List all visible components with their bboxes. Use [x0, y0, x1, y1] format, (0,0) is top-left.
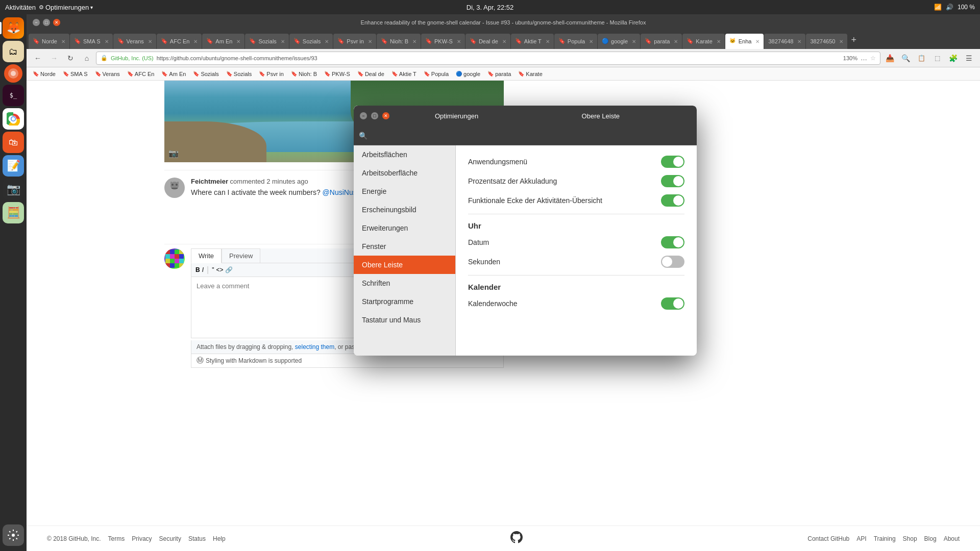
- quote-button[interactable]: ": [212, 266, 214, 273]
- link-button[interactable]: 🔗: [225, 266, 233, 273]
- bookmark-norde[interactable]: 🔖Norde: [30, 70, 59, 78]
- address-bar[interactable]: 🔒 GitHub, Inc. (US) https://github.com/u…: [96, 52, 880, 65]
- close-button[interactable]: ✕: [53, 19, 60, 26]
- footer-help[interactable]: Help: [213, 535, 226, 542]
- dock-gedit[interactable]: 📝: [3, 155, 24, 177]
- tab-sozials2[interactable]: 🔖Sozials✕: [289, 34, 333, 49]
- bookmark-popula[interactable]: 🔖Popula: [421, 70, 452, 78]
- dock-calc[interactable]: 🧮: [3, 202, 24, 223]
- bookmark-google[interactable]: 🔵google: [453, 70, 483, 78]
- tab-deal[interactable]: 🔖Deal de✕: [465, 34, 510, 49]
- tweaks-toggle-kalenderwoche[interactable]: [661, 297, 684, 310]
- tweaks-close-button[interactable]: ✕: [382, 112, 389, 119]
- tab-karate[interactable]: 🔖Karate✕: [682, 34, 724, 49]
- footer-blog[interactable]: Blog: [924, 535, 937, 542]
- tweaks-nav-fenster[interactable]: Fenster: [354, 237, 455, 256]
- new-tab-button[interactable]: +: [848, 35, 860, 45]
- tab-google[interactable]: 🔵google✕: [598, 34, 640, 49]
- tweaks-nav-erweiterungen[interactable]: Erweiterungen: [354, 219, 455, 237]
- bookmark-afc[interactable]: 🔖AFC En: [124, 70, 158, 78]
- tab-enha[interactable]: 🐱Enha✕: [725, 34, 764, 49]
- tweaks-toggle-sekunden[interactable]: [661, 256, 684, 268]
- tab-sozials1[interactable]: 🔖Sozials✕: [245, 34, 288, 49]
- tab-psvr[interactable]: 🔖Psvr in✕: [333, 34, 376, 49]
- footer-terms[interactable]: Terms: [108, 535, 125, 542]
- bookmark-deal[interactable]: 🔖Deal de: [354, 70, 387, 78]
- tab-parata[interactable]: 🔖parata✕: [641, 34, 682, 49]
- footer-status[interactable]: Status: [188, 535, 206, 542]
- tab-norde[interactable]: 🔖Norde✕: [29, 34, 69, 49]
- tweaks-toggle-anwendungsmenu[interactable]: [661, 156, 684, 168]
- footer-shop[interactable]: Shop: [903, 535, 917, 542]
- bookmark-verans[interactable]: 🔖Verans: [92, 70, 123, 78]
- bookmark-nioh[interactable]: 🔖Nioh: B: [288, 70, 320, 78]
- footer-contact[interactable]: Contact GitHub: [807, 535, 849, 542]
- attach-link[interactable]: selecting them: [295, 343, 334, 350]
- bookmark-icon[interactable]: ☆: [870, 55, 876, 62]
- search-button[interactable]: 🔍: [898, 51, 913, 65]
- dock-terminal[interactable]: $_: [3, 85, 24, 106]
- minimize-button[interactable]: −: [33, 19, 40, 26]
- extensions-button[interactable]: 🧩: [946, 51, 960, 65]
- bookmark-sma[interactable]: 🔖SMA S: [60, 70, 91, 78]
- tweaks-minimize-button[interactable]: −: [360, 112, 367, 119]
- activities-button[interactable]: Aktivitäten ⚙ Optimierungen ▾: [5, 4, 93, 11]
- tab-38274648[interactable]: 38274648✕: [764, 34, 805, 49]
- tab-sma[interactable]: 🔖SMA S✕: [70, 34, 113, 49]
- footer-api[interactable]: API: [856, 535, 866, 542]
- back-button[interactable]: ←: [31, 51, 45, 65]
- tweaks-search-input[interactable]: [372, 132, 692, 139]
- bookmark-parata[interactable]: 🔖parata: [484, 70, 514, 78]
- dock-files[interactable]: 🗂: [3, 41, 24, 62]
- dock-firefox[interactable]: 🦊: [3, 17, 24, 39]
- bookmark-aktie[interactable]: 🔖Aktie T: [388, 70, 420, 78]
- more-options-icon[interactable]: …: [861, 54, 867, 62]
- tweaks-nav-tastatur[interactable]: Tastatur und Maus: [354, 311, 455, 329]
- tweaks-maximize-button[interactable]: □: [371, 112, 378, 119]
- tab-aktie[interactable]: 🔖Aktie T✕: [511, 34, 554, 49]
- dock-ubuntu[interactable]: [4, 64, 22, 83]
- dock-chrome[interactable]: [3, 108, 24, 130]
- tab-write[interactable]: Write: [191, 248, 222, 263]
- italic-button[interactable]: I: [202, 266, 204, 273]
- tab-am[interactable]: 🔖Am En✕: [202, 34, 244, 49]
- container-button[interactable]: 📋: [914, 51, 928, 65]
- maximize-button[interactable]: □: [43, 19, 50, 26]
- tweaks-nav-energie[interactable]: Energie: [354, 182, 455, 201]
- tweaks-nav-arbeitsflaechen[interactable]: Arbeitsflächen: [354, 145, 455, 164]
- tab-38274650[interactable]: 38274650✕: [806, 34, 847, 49]
- bookmark-soz1[interactable]: 🔖Sozials: [190, 70, 222, 78]
- tab-afc[interactable]: 🔖AFC En✕: [157, 34, 202, 49]
- footer-about[interactable]: About: [944, 535, 960, 542]
- footer-privacy[interactable]: Privacy: [132, 535, 152, 542]
- code-button[interactable]: <>: [216, 266, 223, 273]
- tweaks-toggle-akku[interactable]: [661, 175, 684, 187]
- tweaks-nav-schriften[interactable]: Schriften: [354, 274, 455, 292]
- dock-camera[interactable]: 📷: [3, 179, 24, 200]
- reader-button[interactable]: ⬚: [930, 51, 944, 65]
- tweaks-nav-arbeitsob[interactable]: Arbeitsoberfläche: [354, 164, 455, 182]
- pocket-button[interactable]: 📥: [883, 51, 897, 65]
- bookmark-psvr[interactable]: 🔖Psvr in: [256, 70, 287, 78]
- bookmark-karate[interactable]: 🔖Karate: [515, 70, 545, 78]
- tab-nioh[interactable]: 🔖Nioh: B✕: [377, 34, 421, 49]
- tweaks-toggle-ecke[interactable]: [661, 194, 684, 207]
- reload-button[interactable]: ↻: [63, 51, 78, 65]
- footer-security[interactable]: Security: [159, 535, 181, 542]
- tab-preview[interactable]: Preview: [222, 248, 260, 263]
- tweaks-toggle-datum[interactable]: [661, 236, 684, 248]
- bookmark-soz2[interactable]: 🔖Sozials: [223, 70, 255, 78]
- home-button[interactable]: ⌂: [80, 51, 94, 65]
- bold-button[interactable]: B: [195, 266, 200, 273]
- footer-training[interactable]: Training: [874, 535, 896, 542]
- tab-pkw[interactable]: 🔖PKW-S✕: [421, 34, 465, 49]
- forward-button[interactable]: →: [47, 51, 61, 65]
- bookmark-am[interactable]: 🔖Am En: [158, 70, 189, 78]
- tab-verans[interactable]: 🔖Verans✕: [113, 34, 156, 49]
- dock-settings[interactable]: [3, 524, 24, 546]
- tweaks-nav-erscheinungsbild[interactable]: Erscheinungsbild: [354, 201, 455, 219]
- tweaks-nav-startprogramme[interactable]: Startprogramme: [354, 292, 455, 311]
- dock-appstore[interactable]: 🛍: [3, 132, 24, 153]
- menu-button[interactable]: ☰: [962, 51, 976, 65]
- tab-popula[interactable]: 🔖Popula✕: [554, 34, 597, 49]
